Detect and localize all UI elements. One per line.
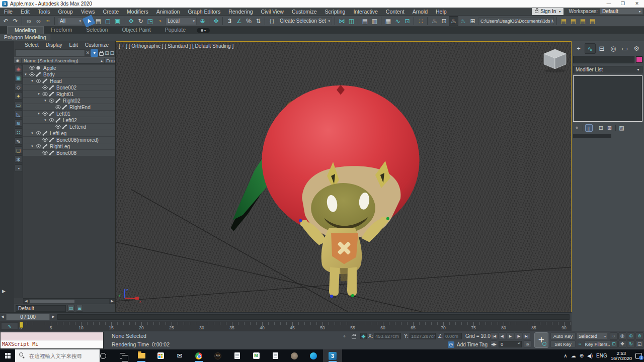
select-and-move-icon[interactable]: ✥ (126, 16, 136, 26)
menu-create[interactable]: Create (99, 8, 123, 16)
workspace-dropdown[interactable]: Default▾ (600, 8, 643, 15)
tree-node-leftleg[interactable]: ▼LeftLeg (23, 130, 115, 136)
display-particles-icon[interactable]: ∷ (15, 128, 22, 136)
current-frame-field[interactable]: 0 (499, 341, 522, 347)
menu-tools[interactable]: Tools (34, 8, 54, 16)
show-hidden-icons-chevron[interactable]: ∧ (564, 353, 567, 358)
make-unique-icon[interactable]: ⊞ (597, 125, 605, 131)
frozen-column-header[interactable]: Froz (104, 58, 115, 63)
scroll-left-icon[interactable]: ◀ (23, 299, 29, 303)
explorer-search-input[interactable] (15, 49, 85, 56)
eye-icon[interactable] (49, 118, 55, 122)
expand-arrow-icon[interactable]: ▼ (44, 119, 49, 122)
select-and-scale-icon[interactable]: ◳ (145, 16, 155, 26)
isolate-selection-icon[interactable]: ⌖ (341, 333, 348, 339)
material-editor-icon[interactable]: ∷ (416, 16, 426, 26)
add-time-tag[interactable]: Add Time Tag (457, 342, 488, 347)
eye-icon[interactable] (55, 105, 62, 109)
taskbar-doc2[interactable] (266, 349, 285, 362)
display-bones-icon[interactable]: ✎ (15, 137, 22, 145)
time-configuration-button[interactable]: ◷ (524, 340, 531, 347)
menu-edit[interactable]: Edit (17, 8, 34, 16)
remove-modifier-icon[interactable]: ⊠ (606, 125, 613, 131)
eye-icon[interactable] (42, 138, 49, 142)
tab-modify[interactable]: ∿ (585, 43, 596, 54)
tree-node-bone002[interactable]: Bone002 (23, 84, 115, 90)
taskbar-3ds-max[interactable]: 3 (323, 349, 342, 362)
display-helpers-icon[interactable]: ◺ (15, 110, 22, 118)
taskbar-cortana[interactable] (94, 349, 113, 362)
eye-icon[interactable] (29, 66, 36, 70)
tree-node-bone008-mirrored[interactable]: Bone008(mirrored) (23, 137, 115, 143)
project-tool-4-icon[interactable]: ▤ (588, 16, 597, 26)
percent-snap-toggle-icon[interactable]: % (244, 16, 254, 26)
explorer-menu-customize[interactable]: Customize (82, 42, 112, 48)
use-pivot-point-center-icon[interactable]: ⊕ (198, 16, 207, 26)
maximize-viewport-button[interactable]: ◱ (635, 340, 643, 348)
viewport[interactable]: [ + ] [ Orthographic ] [ Standard ] [ De… (116, 41, 572, 312)
edit-named-selection-sets-icon[interactable]: { } (267, 16, 277, 26)
collapse-tree-icon[interactable]: ⊟ (110, 50, 114, 56)
tab-create[interactable]: + (573, 43, 584, 54)
configure-modifier-sets-icon[interactable]: ▨ (618, 125, 625, 131)
menu-animation[interactable]: Animation (152, 8, 184, 16)
explorer-menu-edit[interactable]: Edit (66, 42, 82, 48)
menu-arnold[interactable]: Arnold (409, 8, 432, 16)
zoom-button[interactable]: ◌ (610, 332, 618, 340)
render-setup-icon[interactable]: ♨ (430, 16, 439, 26)
tab-motion[interactable]: ◎ (608, 43, 619, 54)
explorer-config-button[interactable]: ▤ (67, 305, 74, 312)
display-containers-icon[interactable]: ▢ (15, 146, 22, 154)
previous-frame-arrow[interactable]: ◀ (0, 315, 5, 319)
redo-icon[interactable]: ↷ (11, 16, 20, 26)
listener-script-row[interactable]: MAXScript Mi (1, 340, 103, 348)
clock[interactable]: 2:5316/7/2020 (611, 351, 632, 361)
pan-button[interactable]: ✥ (618, 340, 626, 348)
eye-icon[interactable] (36, 131, 42, 135)
schematic-view-icon[interactable]: ⊡ (403, 16, 412, 26)
explorer-menu-display[interactable]: Display (42, 42, 66, 48)
expand-arrow-icon[interactable]: ▼ (37, 112, 42, 115)
key-filters-button[interactable]: Key Filters... (584, 340, 612, 347)
taskbar-mail[interactable]: ✉ (170, 349, 189, 362)
selection-filter-dropdown[interactable]: All▾ (58, 17, 83, 25)
taskbar-search[interactable] (15, 349, 100, 362)
taskbar-chrome[interactable] (189, 349, 208, 362)
viewport-label[interactable]: [ + ] [ Orthographic ] [ Standard ] [ De… (119, 43, 233, 49)
project-path-dropdown[interactable]: C:\Users\UsagiOS\Documents\3ds Max 2020▾ (478, 17, 554, 25)
set-key-button[interactable]: Set Key (550, 340, 576, 347)
tree-node-head[interactable]: ▼Head (23, 78, 115, 84)
object-name-field[interactable] (573, 56, 634, 63)
select-by-name-icon[interactable]: ▤ (94, 16, 103, 26)
eye-icon[interactable] (42, 112, 49, 116)
tree-node-right01[interactable]: ▼Right01 (23, 91, 115, 97)
expand-arrow-icon[interactable]: ▼ (37, 93, 42, 96)
next-frame-arrow[interactable]: ▶ (51, 315, 56, 319)
reference-coordinate-system-dropdown[interactable]: Local▾ (166, 17, 197, 25)
select-and-manipulate-icon[interactable]: ✜ (211, 16, 221, 26)
expand-arrow-icon[interactable]: ▼ (44, 99, 49, 102)
display-geometry-icon[interactable]: ▣ (15, 74, 22, 81)
taskbar-app-m[interactable]: M (247, 349, 266, 362)
explorer-h-scrollbar[interactable]: ◀ ▶ (23, 298, 115, 304)
eye-icon[interactable] (36, 144, 42, 148)
taskbar-edge[interactable] (304, 349, 323, 362)
mirror-icon[interactable]: ⋈ (337, 16, 347, 26)
select-and-place-icon[interactable]: ◔ (155, 16, 165, 26)
unlink-selection-icon[interactable]: ∞ (34, 16, 43, 26)
project-tool-1-icon[interactable]: ▤ (559, 16, 569, 26)
rectangular-selection-region-icon[interactable]: ▢ (103, 16, 113, 26)
window-crossing-toggle-icon[interactable]: ▣ (113, 16, 122, 26)
menu-help[interactable]: Help (432, 8, 451, 16)
toggle-scene-explorer-icon[interactable]: ▤ (360, 16, 370, 26)
tab-hierarchy[interactable]: ⊟ (596, 43, 607, 54)
name-column-header[interactable]: Name (Sorted Ascending)▲ (22, 58, 104, 63)
expand-arrow-icon[interactable]: ▼ (31, 132, 36, 135)
display-column-icon[interactable]: ◉ (14, 58, 22, 63)
expand-arrow-icon[interactable]: ▼ (24, 73, 29, 76)
zoom-extents-all-button[interactable]: ⊛ (635, 332, 643, 340)
menu-content[interactable]: Content (382, 8, 409, 16)
play-button[interactable]: ▶ (507, 332, 514, 339)
ribbon-tab-freeform[interactable]: Freeform (44, 26, 79, 34)
scroll-right-icon[interactable]: ▶ (109, 299, 115, 303)
